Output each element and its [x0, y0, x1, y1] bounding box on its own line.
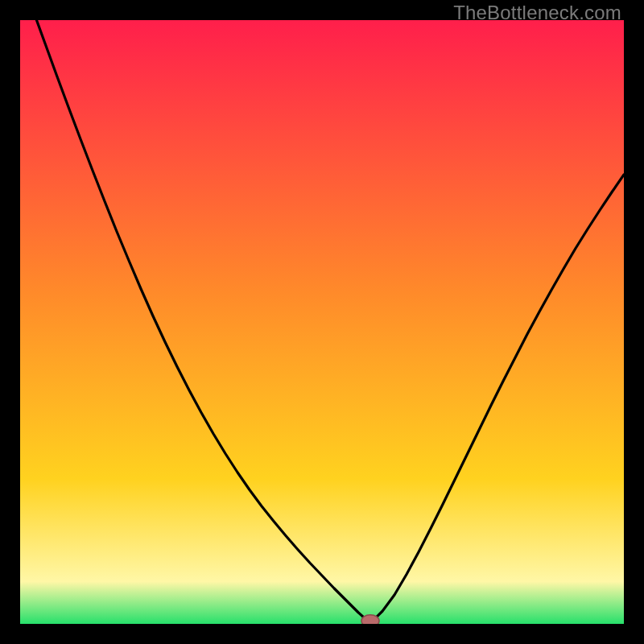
optimal-point-marker [361, 615, 379, 624]
chart-frame [20, 20, 624, 624]
bottleneck-chart [20, 20, 624, 624]
